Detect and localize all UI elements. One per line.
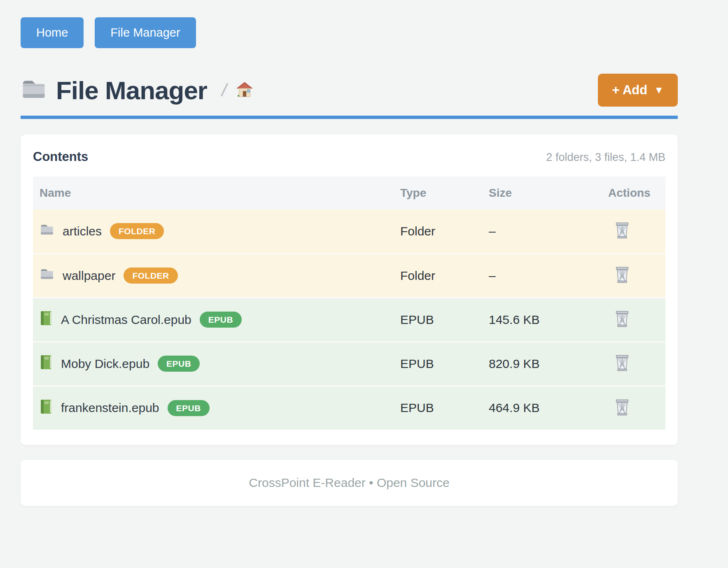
- file-link[interactable]: Moby Dick.epub: [61, 357, 149, 371]
- type-cell: EPUB: [394, 386, 482, 430]
- top-nav: Home File Manager: [21, 17, 678, 48]
- trash-icon: [614, 354, 630, 373]
- type-cell: Folder: [394, 210, 482, 254]
- file-link[interactable]: articles: [63, 224, 102, 238]
- column-header-name: Name: [33, 177, 394, 210]
- size-cell: 464.9 KB: [482, 386, 602, 430]
- table-header-row: Name Type Size Actions: [33, 177, 665, 210]
- type-badge: FOLDER: [124, 268, 177, 284]
- file-link[interactable]: frankenstein.epub: [61, 401, 159, 415]
- delete-button[interactable]: [614, 310, 630, 329]
- file-link[interactable]: wallpaper: [63, 269, 115, 283]
- trash-icon: [614, 221, 630, 241]
- nav-home-button[interactable]: Home: [21, 17, 84, 48]
- trash-icon: [614, 310, 630, 329]
- folder-icon: [21, 78, 47, 102]
- book-icon: [40, 354, 53, 373]
- delete-button[interactable]: [614, 266, 630, 285]
- breadcrumb-separator: /: [220, 80, 229, 100]
- folder-icon: [40, 223, 54, 239]
- type-cell: EPUB: [394, 342, 482, 386]
- type-badge: FOLDER: [110, 223, 164, 239]
- column-header-actions: Actions: [602, 177, 665, 210]
- nav-file-manager-button[interactable]: File Manager: [95, 17, 196, 48]
- trash-icon: [614, 266, 630, 285]
- delete-button[interactable]: [614, 221, 630, 241]
- book-icon: [40, 310, 53, 329]
- footer: CrossPoint E-Reader • Open Source: [21, 460, 678, 506]
- contents-title: Contents: [33, 149, 88, 164]
- folder-icon: [40, 268, 54, 283]
- home-icon[interactable]: [236, 81, 253, 99]
- type-badge: EPUB: [168, 400, 210, 416]
- table-row: Moby Dick.epub EPUB EPUB 820.9 KB: [33, 342, 665, 386]
- delete-button[interactable]: [614, 354, 630, 373]
- file-table: Name Type Size Actions: [33, 177, 665, 430]
- table-row: frankenstein.epub EPUB EPUB 464.9 KB: [33, 386, 665, 430]
- column-header-size: Size: [482, 177, 602, 210]
- trash-icon: [614, 398, 630, 418]
- caret-down-icon: ▼: [654, 84, 664, 96]
- book-icon: [40, 399, 53, 417]
- delete-button[interactable]: [614, 398, 630, 418]
- title-group: File Manager /: [21, 76, 253, 105]
- type-badge: EPUB: [200, 312, 242, 328]
- table-row: articles FOLDER Folder –: [33, 210, 665, 254]
- page-title: File Manager: [56, 76, 207, 105]
- contents-summary: 2 folders, 3 files, 1.4 MB: [546, 151, 665, 164]
- add-button-label: + Add: [612, 83, 647, 98]
- page: Home File Manager File Manager /: [21, 0, 678, 506]
- footer-text: CrossPoint E-Reader • Open Source: [249, 476, 449, 490]
- contents-card-header: Contents 2 folders, 3 files, 1.4 MB: [33, 149, 665, 164]
- size-cell: 145.6 KB: [482, 298, 602, 342]
- file-link[interactable]: A Christmas Carol.epub: [61, 313, 191, 327]
- header-divider: [21, 116, 678, 119]
- column-header-type: Type: [394, 177, 482, 210]
- type-cell: Folder: [394, 254, 482, 298]
- size-cell: –: [482, 210, 602, 254]
- page-header: File Manager / + Add ▼: [21, 74, 678, 107]
- contents-card: Contents 2 folders, 3 files, 1.4 MB Name…: [21, 135, 678, 445]
- size-cell: 820.9 KB: [482, 342, 602, 386]
- type-badge: EPUB: [158, 356, 200, 372]
- size-cell: –: [482, 254, 602, 298]
- type-cell: EPUB: [394, 298, 482, 342]
- add-button[interactable]: + Add ▼: [598, 74, 678, 107]
- table-row: wallpaper FOLDER Folder –: [33, 254, 665, 298]
- table-row: A Christmas Carol.epub EPUB EPUB 145.6 K…: [33, 298, 665, 342]
